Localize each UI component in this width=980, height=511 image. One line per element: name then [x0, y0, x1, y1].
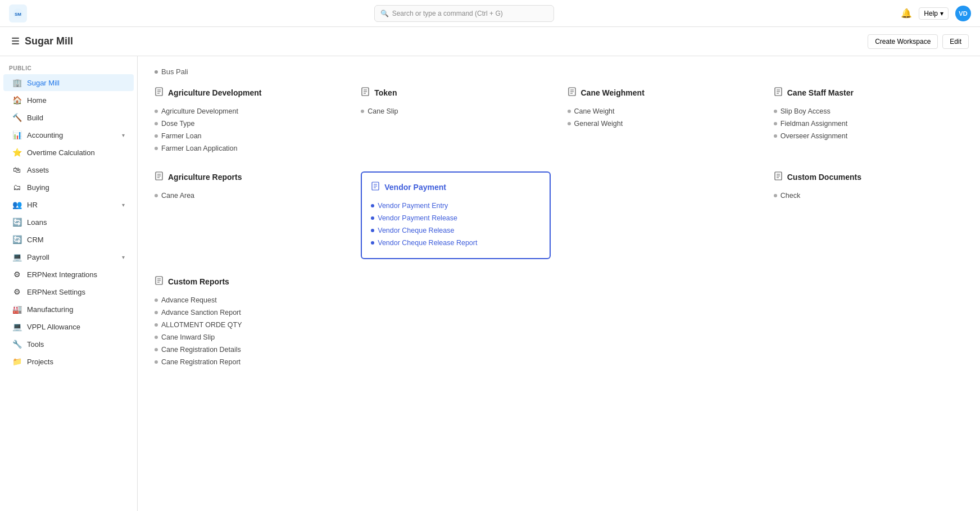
- breadcrumb-text[interactable]: Bus Pali: [161, 67, 188, 76]
- projects-icon: 📁: [12, 357, 21, 366]
- list-item[interactable]: Farmer Loan Application: [155, 142, 344, 155]
- list-item[interactable]: Vendor Cheque Release Report: [371, 237, 540, 249]
- sidebar-item-hr[interactable]: 👥 HR ▾: [3, 196, 134, 213]
- app-logo: SM: [9, 4, 27, 22]
- list-item[interactable]: Fieldman Assignment: [774, 117, 963, 130]
- list-item[interactable]: Overseer Assignment: [774, 130, 963, 142]
- hamburger-menu-icon[interactable]: ☰: [11, 36, 19, 47]
- tools-icon: 🔧: [12, 340, 21, 349]
- module-items-list: Check: [774, 189, 963, 202]
- chevron-down-icon: ▾: [122, 132, 125, 138]
- help-button[interactable]: Help ▾: [919, 7, 949, 20]
- loans-icon: 🔄: [12, 218, 21, 227]
- list-item[interactable]: Cane Weight: [568, 105, 757, 117]
- app-header-actions: Create Workspace Edit: [868, 34, 969, 49]
- top-nav: SM 🔍 Search or type a command (Ctrl + G)…: [0, 0, 980, 27]
- list-item[interactable]: Cane Inward Slip: [155, 331, 344, 343]
- list-item[interactable]: Farmer Loan: [155, 130, 344, 142]
- search-icon: 🔍: [380, 10, 389, 17]
- app-title: Sugar Mill: [25, 35, 73, 47]
- module-title: Custom Reports: [155, 276, 344, 287]
- settings-icon: ⚙: [12, 287, 21, 296]
- manufacturing-icon: 🏭: [12, 305, 21, 314]
- module-title: Custom Documents: [774, 171, 963, 183]
- search-placeholder: Search or type a command (Ctrl + G): [392, 10, 503, 17]
- sidebar-item-label: Payroll: [27, 253, 116, 261]
- list-item[interactable]: Cane Registration Report: [155, 356, 344, 368]
- sidebar-item-label: ERPNext Integrations: [27, 270, 125, 279]
- sidebar-item-erpnext-integrations[interactable]: ⚙ ERPNext Integrations: [3, 266, 134, 283]
- list-item[interactable]: Advance Request: [155, 294, 344, 306]
- list-item[interactable]: Agriculture Development: [155, 105, 344, 117]
- user-avatar[interactable]: VD: [955, 6, 971, 21]
- doc-icon: [371, 182, 380, 193]
- sidebar-item-erpnext-settings[interactable]: ⚙ ERPNext Settings: [3, 283, 134, 300]
- list-item[interactable]: Check: [774, 189, 963, 202]
- doc-icon: [155, 276, 164, 287]
- sidebar-item-sugar-mill[interactable]: 🏢 Sugar Mill: [3, 74, 134, 91]
- doc-icon: [155, 171, 164, 183]
- help-label: Help: [924, 10, 938, 17]
- sidebar-item-home[interactable]: 🏠 Home: [3, 92, 134, 108]
- search-box[interactable]: 🔍 Search or type a command (Ctrl + G): [374, 5, 554, 22]
- sidebar-item-loans[interactable]: 🔄 Loans: [3, 214, 134, 230]
- module-items-list: Agriculture Development Dose Type Farmer…: [155, 105, 344, 155]
- notification-icon[interactable]: 🔔: [901, 8, 912, 19]
- module-title: Token: [361, 87, 550, 98]
- list-item[interactable]: Vendor Payment Release: [371, 212, 540, 224]
- list-item[interactable]: Vendor Cheque Release: [371, 224, 540, 237]
- sidebar-item-tools[interactable]: 🔧 Tools: [3, 336, 134, 352]
- buying-icon: 🗂: [12, 183, 21, 192]
- sidebar-item-crm[interactable]: 🔄 CRM: [3, 231, 134, 248]
- sidebar-item-build[interactable]: 🔨 Build: [3, 109, 134, 126]
- doc-icon: [361, 87, 370, 98]
- sidebar-item-buying[interactable]: 🗂 Buying: [3, 179, 134, 196]
- sidebar-item-projects[interactable]: 📁 Projects: [3, 353, 134, 370]
- integrations-icon: ⚙: [12, 270, 21, 279]
- sidebar-item-payroll[interactable]: 💻 Payroll ▾: [3, 248, 134, 265]
- overtime-icon: ⭐: [12, 148, 21, 157]
- sidebar-item-label: Overtime Calculation: [27, 148, 125, 157]
- list-item[interactable]: Slip Boy Access: [774, 105, 963, 117]
- list-item[interactable]: Cane Slip: [361, 105, 550, 117]
- sidebar-section-label: PUBLIC: [0, 62, 137, 74]
- module-title: Vendor Payment: [371, 182, 540, 193]
- svg-text:SM: SM: [15, 12, 21, 17]
- module-title: Cane Weighment: [568, 87, 757, 98]
- doc-icon: [774, 171, 783, 183]
- module-token: Token Cane Slip: [361, 87, 550, 155]
- sidebar-item-vppl-allowance[interactable]: 💻 VPPL Allowance: [3, 318, 134, 335]
- sidebar-item-label: Manufacturing: [27, 305, 125, 314]
- sugar-mill-icon: 🏢: [12, 78, 21, 87]
- sidebar-item-label: CRM: [27, 236, 125, 244]
- chevron-down-icon: ▾: [940, 10, 943, 17]
- accounting-icon: 📊: [12, 130, 21, 139]
- module-cane-staff-master: Cane Staff Master Slip Boy Access Fieldm…: [774, 87, 963, 155]
- sidebar-item-label: HR: [27, 201, 116, 209]
- list-item[interactable]: Cane Area: [155, 189, 344, 202]
- module-agriculture-development: Agriculture Development Agriculture Deve…: [155, 87, 344, 155]
- list-item[interactable]: ALLOTMENT ORDE QTY: [155, 319, 344, 331]
- sidebar-item-manufacturing[interactable]: 🏭 Manufacturing: [3, 301, 134, 318]
- doc-icon: [568, 87, 577, 98]
- edit-button[interactable]: Edit: [942, 34, 969, 49]
- module-title: Cane Staff Master: [774, 87, 963, 98]
- sidebar-item-assets[interactable]: 🛍 Assets: [3, 161, 134, 178]
- list-item[interactable]: General Weight: [568, 117, 757, 130]
- sidebar-item-label: Sugar Mill: [27, 79, 125, 87]
- module-items-list: Cane Slip: [361, 105, 550, 117]
- vppl-icon: 💻: [12, 322, 21, 331]
- doc-icon: [774, 87, 783, 98]
- main-content: Bus Pali Agriculture Development Agricul…: [138, 56, 980, 511]
- crm-icon: 🔄: [12, 235, 21, 244]
- sidebar-item-overtime[interactable]: ⭐ Overtime Calculation: [3, 144, 134, 161]
- sidebar-item-accounting[interactable]: 📊 Accounting ▾: [3, 126, 134, 143]
- list-item[interactable]: Vendor Payment Entry: [371, 200, 540, 212]
- list-item[interactable]: Cane Registration Details: [155, 343, 344, 356]
- create-workspace-button[interactable]: Create Workspace: [868, 34, 938, 49]
- module-items-list: Slip Boy Access Fieldman Assignment Over…: [774, 105, 963, 142]
- module-custom-reports: Custom Reports Advance Request Advance S…: [155, 276, 344, 368]
- list-item[interactable]: Dose Type: [155, 117, 344, 130]
- list-item[interactable]: Advance Sanction Report: [155, 306, 344, 319]
- build-icon: 🔨: [12, 113, 21, 122]
